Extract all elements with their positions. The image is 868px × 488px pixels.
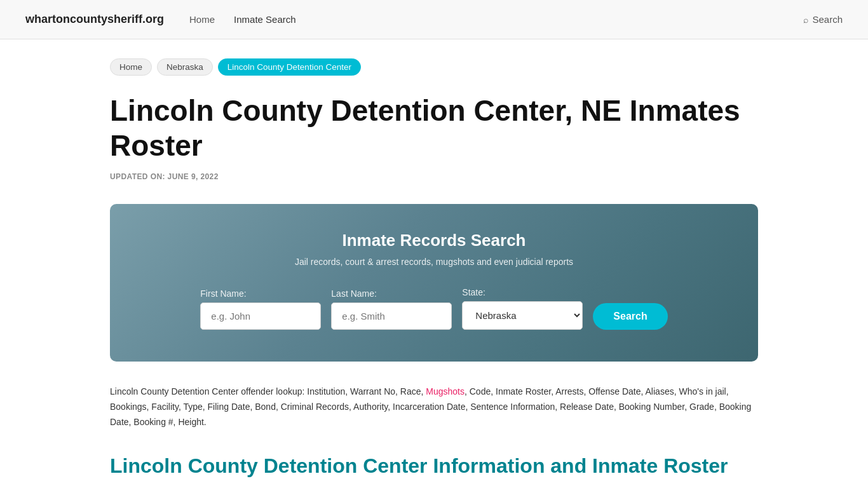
nav-link-inmate-search[interactable]: Inmate Search: [234, 14, 296, 25]
section-heading: Lincoln County Detention Center Informat…: [110, 453, 758, 480]
first-name-label: First Name:: [200, 288, 246, 299]
last-name-label: Last Name:: [331, 288, 377, 299]
breadcrumb-nebraska[interactable]: Nebraska: [157, 58, 213, 76]
search-button[interactable]: Search: [593, 303, 667, 330]
first-name-input[interactable]: [200, 302, 321, 330]
navbar-search-label: Search: [812, 14, 843, 25]
state-group: State: Nebraska Alabama Alaska Arizona A…: [462, 287, 583, 330]
navbar-brand[interactable]: whartoncountysheriff.org: [25, 13, 164, 26]
search-panel-subtitle: Jail records, court & arrest records, mu…: [148, 257, 720, 267]
navbar: whartoncountysheriff.org Home Inmate Sea…: [0, 0, 868, 39]
page-title: Lincoln County Detention Center, NE Inma…: [110, 93, 758, 163]
updated-on: UPDATED ON: JUNE 9, 2022: [110, 172, 758, 181]
description-part-1: Lincoln County Detention Center offender…: [110, 386, 426, 396]
mugshots-link[interactable]: Mugshots: [426, 386, 465, 396]
nav-item-home[interactable]: Home: [189, 14, 215, 25]
search-panel: Inmate Records Search Jail records, cour…: [110, 204, 758, 362]
first-name-group: First Name:: [200, 288, 321, 330]
navbar-search-button[interactable]: ⌕ Search: [803, 14, 843, 25]
state-select[interactable]: Nebraska Alabama Alaska Arizona Arkansas…: [462, 301, 583, 330]
main-content: Home Nebraska Lincoln County Detention C…: [85, 39, 783, 488]
nav-item-inmate-search[interactable]: Inmate Search: [234, 14, 296, 25]
nav-link-home[interactable]: Home: [189, 14, 215, 25]
search-panel-title: Inmate Records Search: [148, 231, 720, 250]
last-name-input[interactable]: [331, 302, 452, 330]
breadcrumb-home[interactable]: Home: [110, 58, 152, 76]
navbar-nav: Home Inmate Search: [189, 14, 778, 25]
search-form: First Name: Last Name: State: Nebraska A…: [148, 287, 720, 330]
breadcrumb-lincoln-county[interactable]: Lincoln County Detention Center: [218, 58, 361, 76]
breadcrumb: Home Nebraska Lincoln County Detention C…: [110, 58, 758, 76]
search-icon: ⌕: [803, 15, 808, 25]
last-name-group: Last Name:: [331, 288, 452, 330]
description-text: Lincoln County Detention Center offender…: [110, 384, 758, 430]
state-label: State:: [462, 287, 485, 297]
